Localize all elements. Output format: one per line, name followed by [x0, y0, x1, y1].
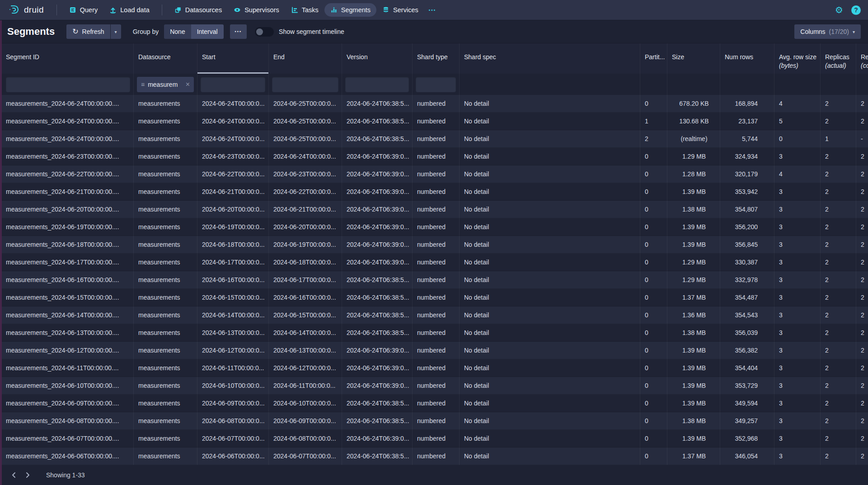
- cell-partition[interactable]: 1: [640, 113, 667, 130]
- cell-shard_type[interactable]: numbered: [413, 342, 460, 359]
- cell-partition[interactable]: 0: [640, 342, 667, 359]
- cell-version[interactable]: 2024-06-24T06:38:5...: [342, 395, 413, 412]
- group-by-interval-button[interactable]: Interval: [191, 24, 224, 39]
- cell-datasource[interactable]: measurements: [134, 289, 197, 306]
- cell-version[interactable]: 2024-06-24T06:38:5...: [342, 95, 413, 113]
- cell-shard_type[interactable]: numbered: [413, 430, 460, 447]
- cell-segment_id[interactable]: measurements_2024-06-06T00:00:00....: [0, 447, 134, 465]
- cell-replication_factor[interactable]: 2: [856, 289, 868, 306]
- cell-start[interactable]: 2024-06-24T00:00:0...: [197, 130, 269, 148]
- cell-shard_type[interactable]: numbered: [413, 395, 460, 412]
- cell-end[interactable]: 2024-06-21T00:00:0...: [269, 201, 342, 218]
- cell-segment_id[interactable]: measurements_2024-06-24T00:00:00....: [0, 130, 134, 148]
- cell-num_rows[interactable]: 346,054: [720, 447, 774, 465]
- cell-datasource[interactable]: measurements: [134, 324, 197, 342]
- cell-shard_type[interactable]: numbered: [413, 113, 460, 130]
- cell-version[interactable]: 2024-06-24T06:38:5...: [342, 113, 413, 130]
- cell-datasource[interactable]: measurements: [134, 377, 197, 395]
- nav-item-services[interactable]: Services: [376, 3, 424, 17]
- cell-avg_row_size[interactable]: 3: [774, 377, 821, 395]
- cell-shard_spec[interactable]: No detail: [460, 342, 640, 359]
- cell-replicas[interactable]: 2: [821, 271, 856, 289]
- cell-segment_id[interactable]: measurements_2024-06-09T00:00:00....: [0, 395, 134, 412]
- cell-shard_type[interactable]: numbered: [413, 254, 460, 271]
- cell-avg_row_size[interactable]: 4: [774, 165, 821, 183]
- cell-shard_type[interactable]: numbered: [413, 271, 460, 289]
- cell-shard_spec[interactable]: No detail: [460, 165, 640, 183]
- columns-button[interactable]: Columns (17/20) ▾: [794, 24, 861, 39]
- cell-version[interactable]: 2024-06-24T06:39:0...: [342, 377, 413, 395]
- cell-num_rows[interactable]: 332,978: [720, 271, 774, 289]
- group-by-none-button[interactable]: None: [164, 24, 191, 39]
- cell-start[interactable]: 2024-06-16T00:00:0...: [197, 271, 269, 289]
- filter-input-segment_id[interactable]: [6, 77, 130, 92]
- cell-start[interactable]: 2024-06-09T00:00:0...: [197, 395, 269, 412]
- cell-partition[interactable]: 0: [640, 412, 667, 430]
- segment-timeline-toggle[interactable]: [255, 27, 274, 37]
- cell-end[interactable]: 2024-06-24T00:00:0...: [269, 148, 342, 165]
- cell-num_rows[interactable]: 353,942: [720, 183, 774, 201]
- cell-end[interactable]: 2024-06-15T00:00:0...: [269, 306, 342, 324]
- header-cell-shard_spec[interactable]: Shard spec: [460, 43, 640, 74]
- cell-shard_spec[interactable]: No detail: [460, 359, 640, 377]
- cell-segment_id[interactable]: measurements_2024-06-20T00:00:00....: [0, 201, 134, 218]
- cell-avg_row_size[interactable]: 5: [774, 113, 821, 130]
- cell-segment_id[interactable]: measurements_2024-06-08T00:00:00....: [0, 412, 134, 430]
- cell-shard_type[interactable]: numbered: [413, 201, 460, 218]
- cell-partition[interactable]: 0: [640, 447, 667, 465]
- cell-replication_factor[interactable]: 2: [856, 201, 868, 218]
- cell-size[interactable]: 1.39 MB: [667, 359, 720, 377]
- cell-num_rows[interactable]: 352,968: [720, 430, 774, 447]
- gear-icon[interactable]: ⚙: [835, 5, 843, 14]
- help-icon[interactable]: ?: [851, 5, 861, 15]
- cell-end[interactable]: 2024-06-25T00:00:0...: [269, 130, 342, 148]
- cell-replicas[interactable]: 2: [821, 359, 856, 377]
- cell-start[interactable]: 2024-06-18T00:00:0...: [197, 236, 269, 254]
- cell-start[interactable]: 2024-06-15T00:00:0...: [197, 289, 269, 306]
- cell-start[interactable]: 2024-06-22T00:00:0...: [197, 165, 269, 183]
- cell-segment_id[interactable]: measurements_2024-06-15T00:00:00....: [0, 289, 134, 306]
- cell-replicas[interactable]: 2: [821, 201, 856, 218]
- cell-partition[interactable]: 0: [640, 148, 667, 165]
- cell-datasource[interactable]: measurements: [134, 306, 197, 324]
- cell-datasource[interactable]: measurements: [134, 236, 197, 254]
- cell-avg_row_size[interactable]: 4: [774, 95, 821, 113]
- cell-size[interactable]: 1.39 MB: [667, 183, 720, 201]
- cell-replicas[interactable]: 2: [821, 254, 856, 271]
- cell-shard_type[interactable]: numbered: [413, 236, 460, 254]
- cell-replicas[interactable]: 2: [821, 324, 856, 342]
- cell-segment_id[interactable]: measurements_2024-06-23T00:00:00....: [0, 148, 134, 165]
- cell-avg_row_size[interactable]: 3: [774, 201, 821, 218]
- cell-num_rows[interactable]: 353,729: [720, 377, 774, 395]
- nav-item-supervisors[interactable]: Supervisors: [228, 3, 285, 17]
- cell-start[interactable]: 2024-06-12T00:00:0...: [197, 342, 269, 359]
- datasource-filter-chip[interactable]: ≡measurem×: [137, 77, 194, 92]
- cell-num_rows[interactable]: 324,934: [720, 148, 774, 165]
- cell-shard_type[interactable]: numbered: [413, 447, 460, 465]
- cell-avg_row_size[interactable]: 3: [774, 395, 821, 412]
- cell-replication_factor[interactable]: 2: [856, 342, 868, 359]
- header-cell-shard_type[interactable]: Shard type: [413, 43, 460, 74]
- cell-version[interactable]: 2024-06-24T06:38:5...: [342, 447, 413, 465]
- cell-num_rows[interactable]: 354,543: [720, 306, 774, 324]
- cell-num_rows[interactable]: 23,137: [720, 113, 774, 130]
- cell-shard_type[interactable]: numbered: [413, 130, 460, 148]
- cell-end[interactable]: 2024-06-22T00:00:0...: [269, 183, 342, 201]
- toolbar-more-button[interactable]: •••: [230, 24, 247, 39]
- cell-segment_id[interactable]: measurements_2024-06-19T00:00:00....: [0, 218, 134, 236]
- cell-partition[interactable]: 0: [640, 218, 667, 236]
- cell-replication_factor[interactable]: -: [856, 130, 868, 148]
- cell-size[interactable]: 130.68 KB: [667, 113, 720, 130]
- cell-num_rows[interactable]: 349,257: [720, 412, 774, 430]
- cell-partition[interactable]: 0: [640, 183, 667, 201]
- cell-replication_factor[interactable]: 2: [856, 218, 868, 236]
- header-cell-size[interactable]: Size: [667, 43, 720, 74]
- cell-end[interactable]: 2024-06-18T00:00:0...: [269, 254, 342, 271]
- close-icon[interactable]: ×: [186, 80, 190, 89]
- cell-segment_id[interactable]: measurements_2024-06-07T00:00:00....: [0, 430, 134, 447]
- cell-avg_row_size[interactable]: 3: [774, 236, 821, 254]
- header-cell-version[interactable]: Version: [342, 43, 413, 74]
- cell-size[interactable]: 1.29 MB: [667, 148, 720, 165]
- cell-partition[interactable]: 0: [640, 271, 667, 289]
- cell-shard_type[interactable]: numbered: [413, 324, 460, 342]
